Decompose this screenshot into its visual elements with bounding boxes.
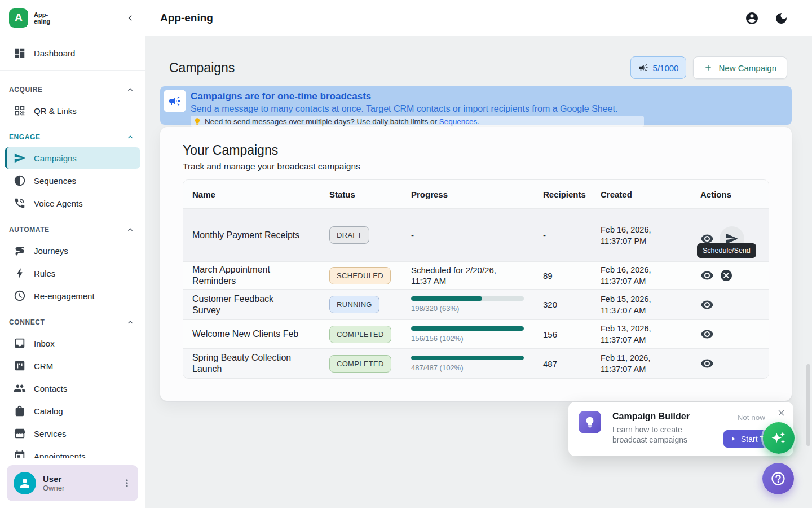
recipients-cell: 156 <box>534 330 592 339</box>
divider <box>0 70 145 71</box>
more-options-icon[interactable] <box>121 478 133 489</box>
table-row: Spring Beauty Collection Launch COMPLETE… <box>183 348 769 378</box>
user-card[interactable]: User Owner <box>7 465 138 501</box>
status-badge: COMPLETED <box>329 355 391 373</box>
table-row: Welcome New Clients Feb COMPLETED 156/15… <box>183 319 769 348</box>
close-icon[interactable] <box>776 408 786 418</box>
banner-tip: Need to send messages over multiple days… <box>191 116 644 127</box>
voice-agents-icon <box>14 197 26 209</box>
sidebar-item-qr-links[interactable]: QR & Links <box>5 100 140 121</box>
view-icon[interactable] <box>700 298 714 312</box>
chevron-up-icon[interactable] <box>126 318 135 327</box>
clock-icon <box>14 290 26 302</box>
sidebar-item-crm[interactable]: CRM <box>5 355 140 376</box>
campaign-quota-badge[interactable]: 5/1000 <box>630 56 687 79</box>
progress-bar <box>411 326 524 331</box>
chevron-up-icon[interactable] <box>126 85 135 94</box>
sidebar-item-campaigns[interactable]: Campaigns <box>5 147 140 169</box>
sequences-link[interactable]: Sequences <box>439 117 478 126</box>
recipients-cell: - <box>534 230 592 240</box>
sidebar-footer: User Owner <box>0 458 145 508</box>
not-now-button[interactable]: Not now <box>737 413 765 422</box>
progress-cell: 198/320 (63%) <box>402 296 534 313</box>
campaign-name: Customer Feedback Survey <box>183 294 302 316</box>
campaign-name: Welcome New Clients Feb <box>183 329 302 340</box>
sidebar-item-label: Inbox <box>34 339 55 348</box>
sidebar-item-inbox[interactable]: Inbox <box>5 332 140 354</box>
campaign-builder-toast: Campaign Builder Learn how to create bro… <box>568 402 793 456</box>
sidebar-item-re-engagement[interactable]: Re-engagement <box>5 285 140 306</box>
recipients-cell: 487 <box>534 359 592 369</box>
col-header-status: Status <box>320 190 402 199</box>
dark-mode-icon[interactable] <box>774 11 788 25</box>
section-automate: AUTOMATE <box>0 215 145 239</box>
quota-value: 5/1000 <box>653 63 679 73</box>
lightbulb-icon <box>584 416 596 428</box>
chevron-up-icon[interactable] <box>126 225 135 234</box>
sidebar-item-label: QR & Links <box>34 106 77 116</box>
created-cell: Feb 16, 2026, 11:37:07 AM <box>592 264 660 287</box>
view-icon[interactable] <box>700 357 714 370</box>
section-connect: CONNECT <box>0 308 145 331</box>
sidebar-item-journeys[interactable]: Journeys <box>5 240 140 261</box>
recipients-cell: 89 <box>534 271 592 281</box>
bolt-icon <box>14 267 26 279</box>
view-icon[interactable] <box>700 327 714 341</box>
banner-title: Campaigns are for one-time broadcasts <box>191 90 644 103</box>
account-icon[interactable] <box>745 11 759 25</box>
toast-icon-box <box>579 411 601 433</box>
storefront-icon <box>14 427 26 440</box>
banner-subtitle: Send a message to many contacts at once.… <box>191 103 644 115</box>
table-row: March Appointment Reminders SCHEDULED Sc… <box>183 261 769 289</box>
progress-fill <box>411 356 524 360</box>
sidebar-item-contacts[interactable]: Contacts <box>5 378 140 399</box>
sidebar-item-sequences[interactable]: Sequences <box>5 170 140 191</box>
sidebar-item-appointments[interactable]: Appointments <box>5 445 140 458</box>
actions-cell <box>691 262 769 289</box>
ai-assistant-fab[interactable] <box>763 422 795 454</box>
sidebar-item-rules[interactable]: Rules <box>5 262 140 284</box>
created-cell: Feb 13, 2026, 11:37:07 AM <box>592 323 660 345</box>
send-icon <box>14 152 26 164</box>
sidebar-header: A App- ening <box>0 0 145 36</box>
cancel-icon[interactable] <box>720 269 733 282</box>
card-title: Your Campaigns <box>183 143 769 158</box>
progress-cell: - <box>402 230 534 240</box>
view-icon[interactable] <box>700 269 714 282</box>
recipients-cell: 320 <box>534 300 592 309</box>
help-fab[interactable] <box>762 463 794 494</box>
progress-cell: Scheduled for 2/20/26, 11:37 AM <box>402 265 517 286</box>
sidebar-collapse-icon[interactable] <box>125 12 136 24</box>
sidebar-item-label: Sequences <box>34 176 76 186</box>
sidebar-item-label: Catalog <box>34 406 63 416</box>
journeys-icon <box>14 244 26 257</box>
new-campaign-button[interactable]: New Campaign <box>693 56 787 79</box>
schedule-send-tooltip: Schedule/Send <box>697 243 756 258</box>
user-name: User <box>43 474 64 484</box>
actions-cell: Schedule/Send <box>691 209 769 261</box>
chevron-up-icon[interactable] <box>126 133 135 142</box>
banner-icon-box <box>164 90 186 112</box>
scrollbar-thumb[interactable] <box>806 364 810 446</box>
actions-cell <box>691 349 769 378</box>
sidebar-item-dashboard[interactable]: Dashboard <box>5 41 140 65</box>
sidebar-item-label: Dashboard <box>34 49 75 58</box>
plus-icon <box>704 63 713 72</box>
campaigns-table: Name Status Progress Recipients Created … <box>183 179 769 379</box>
inbox-icon <box>14 337 26 349</box>
progress-fill <box>411 296 482 301</box>
sidebar-item-catalog[interactable]: Catalog <box>5 400 140 422</box>
progress-cell: 156/156 (102%) <box>402 326 534 343</box>
section-engage: ENGAGE <box>0 122 145 146</box>
sidebar-item-label: CRM <box>34 361 53 371</box>
actions-cell <box>691 290 769 319</box>
shopping-bag-icon <box>14 405 26 417</box>
lightbulb-icon <box>193 117 201 125</box>
kanban-icon <box>14 360 26 372</box>
help-icon <box>770 471 786 487</box>
status-badge: RUNNING <box>329 296 379 313</box>
sidebar-item-voice-agents[interactable]: Voice Agents <box>5 192 140 214</box>
sidebar-item-services[interactable]: Services <box>5 423 140 444</box>
sidebar-item-label: Rules <box>34 269 55 278</box>
calendar-icon <box>14 450 26 458</box>
